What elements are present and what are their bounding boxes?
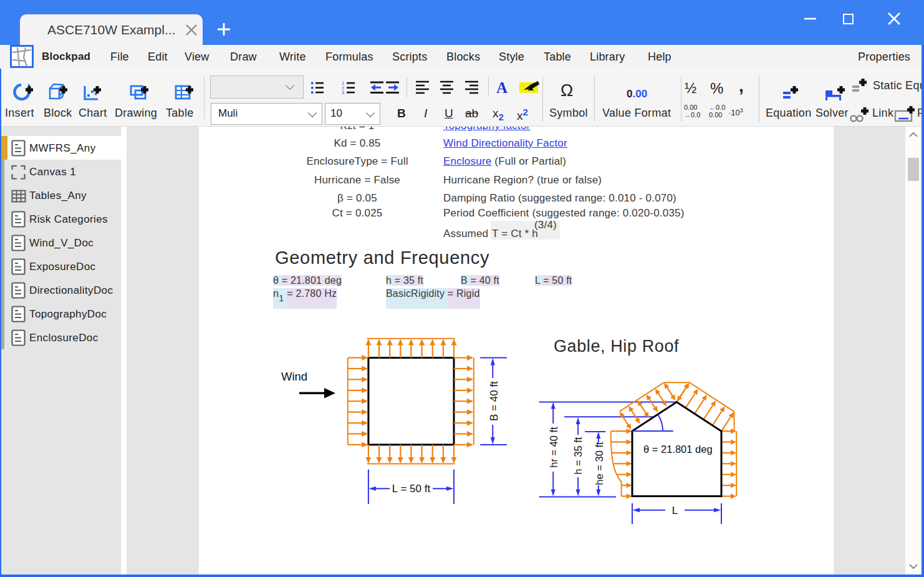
- svg-text:B = 40 ft: B = 40 ft: [488, 381, 500, 421]
- svg-text:L = 50 ft: L = 50 ft: [392, 483, 431, 495]
- svg-text:L: L: [672, 505, 678, 516]
- svg-text:Wind: Wind: [281, 370, 307, 383]
- svg-text:he = 30 ft: he = 30 ft: [594, 442, 605, 485]
- svg-text:3: 3: [342, 90, 344, 94]
- svg-text:θ = 21.801 deg: θ = 21.801 deg: [643, 444, 713, 455]
- svg-text:hr = 40 ft: hr = 40 ft: [548, 427, 559, 468]
- svg-text:h = 35 ft: h = 35 ft: [572, 437, 584, 475]
